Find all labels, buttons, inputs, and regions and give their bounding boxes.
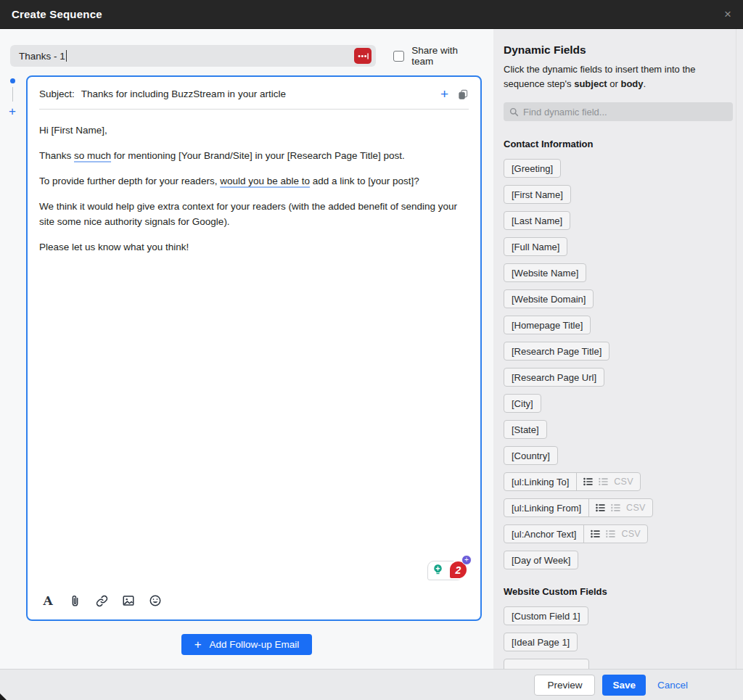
dynamic-fields-sidebar: Dynamic Fields Click the dynamic fields …	[493, 29, 743, 669]
search-input[interactable]	[523, 107, 727, 118]
lightbulb-icon[interactable]	[432, 564, 444, 579]
email-paragraph: To provide further depth for your reader…	[39, 173, 469, 189]
step-connector	[12, 87, 13, 102]
sequence-name-input[interactable]: Thanks - 1	[10, 45, 376, 67]
share-checkbox[interactable]	[393, 51, 404, 62]
plus-icon: +	[194, 638, 202, 651]
add-step-icon[interactable]: +	[8, 105, 17, 118]
email-paragraph: We think it would help give extra contex…	[39, 199, 469, 229]
emoji-icon[interactable]	[148, 593, 163, 608]
editor-toolbar: A	[28, 588, 480, 619]
share-label: Share with team	[411, 45, 482, 67]
subject-actions: +	[440, 87, 469, 101]
text-format-icon[interactable]: A	[41, 593, 55, 608]
share-with-team-toggle[interactable]: Share with team	[393, 45, 482, 67]
field-row: [Website Name]	[504, 263, 733, 282]
close-icon[interactable]: ×	[724, 8, 731, 20]
link-icon[interactable]	[94, 593, 109, 608]
modal-titlebar: Create Sequence ×	[0, 0, 743, 29]
email-paragraph: Thanks so much for mentioning [Your Bran…	[39, 148, 469, 163]
csv-option[interactable]: CSV	[621, 529, 641, 539]
dynamic-field-button[interactable]: [ul:Anchor Text]	[504, 525, 584, 543]
field-row: [City]	[504, 394, 733, 413]
dynamic-field-button[interactable]: [Website Name]	[504, 263, 586, 282]
dynamic-field-button[interactable]: [City]	[504, 394, 541, 413]
field-row: [ul:Linking From]CSV	[504, 498, 733, 517]
dynamic-field-button[interactable]: [Last Name]	[504, 211, 570, 230]
image-icon[interactable]	[121, 593, 136, 608]
field-group-label: Website Custom Fields	[504, 586, 733, 597]
dynamic-field-button[interactable]: [Custom Field 1]	[504, 606, 588, 625]
field-row: [Greeting]	[504, 159, 733, 178]
csv-option[interactable]: CSV	[626, 503, 646, 513]
dynamic-field-button[interactable]: [Country]	[504, 446, 558, 465]
csv-option[interactable]: CSV	[614, 477, 633, 487]
field-row: [State]	[504, 420, 733, 439]
field-row: [ul:Linking To]CSV	[504, 472, 733, 491]
preview-button[interactable]: Preview	[534, 675, 595, 696]
add-followup-email-button[interactable]: + Add Follow-up Email	[181, 634, 313, 655]
dynamic-field-button[interactable]: [Homepage Title]	[504, 316, 591, 334]
field-row: [Day of Week]	[504, 551, 733, 569]
field-group-label: Contact Information	[504, 139, 733, 149]
field-row: [Custom Field 1]	[504, 606, 733, 625]
sidebar-title: Dynamic Fields	[504, 44, 733, 57]
dynamic-field-search[interactable]	[504, 102, 733, 121]
bullet-list-icon[interactable]	[596, 503, 605, 512]
dynamic-field-groups: Contact Information[Greeting][First Name…	[504, 139, 733, 669]
email-step-card: Subject: Thanks for including BuzzStream…	[26, 75, 482, 621]
subject-label: Subject:	[39, 88, 75, 99]
sequence-editor-panel: Thanks - 1 Share with team + Subject: Th…	[0, 29, 493, 669]
dynamic-field-button[interactable]: [ul:Linking To]	[504, 473, 577, 490]
dynamic-field-button[interactable]: [Ideal Page 1]	[504, 633, 578, 651]
writing-assistant-widget[interactable]: 2 +	[427, 559, 469, 582]
save-button[interactable]: Save	[602, 675, 646, 696]
field-row: [First Name]	[504, 185, 733, 204]
field-row: [Ideal Page 1]	[504, 633, 733, 651]
modal-footer: Preview Save Cancel	[0, 669, 743, 700]
sidebar-description: Click the dynamic fields to insert them …	[504, 62, 726, 91]
field-format-options: CSV	[584, 525, 647, 543]
cancel-button[interactable]: Cancel	[653, 675, 692, 696]
numbered-list-icon[interactable]	[599, 477, 608, 486]
editor-area: + Subject: Thanks for including BuzzStre…	[0, 75, 493, 621]
field-row: [Last Name]	[504, 211, 733, 230]
dynamic-field-button-clipped[interactable]	[504, 659, 589, 669]
dynamic-field-button[interactable]: [Research Page Url]	[504, 368, 604, 387]
insert-field-icon[interactable]: +	[440, 87, 448, 101]
subject-input[interactable]: Thanks for including BuzzStream in your …	[81, 88, 286, 99]
field-row: [Country]	[504, 446, 733, 465]
field-row: [Research Page Title]	[504, 342, 733, 361]
field-row: [Full Name]	[504, 237, 733, 256]
numbered-list-icon[interactable]	[611, 503, 620, 512]
attachment-icon[interactable]	[67, 593, 82, 608]
snippet-expander-icon[interactable]	[354, 48, 372, 64]
assistant-plus-badge[interactable]: +	[461, 555, 472, 565]
copy-icon[interactable]	[457, 88, 469, 100]
dynamic-field-button[interactable]: [Day of Week]	[504, 551, 578, 569]
modal-title: Create Sequence	[12, 8, 102, 20]
sequence-step-rail: +	[8, 78, 17, 118]
dynamic-field-button[interactable]: [State]	[504, 420, 547, 439]
field-format-options: CSV	[577, 473, 640, 490]
email-paragraph: Hi [First Name],	[39, 123, 469, 138]
dynamic-field-button[interactable]: [ul:Linking From]	[504, 499, 589, 516]
dynamic-field-button[interactable]: [Greeting]	[504, 159, 561, 178]
add-followup-label: Add Follow-up Email	[210, 639, 300, 650]
field-row: [ul:Anchor Text]CSV	[504, 524, 733, 543]
dynamic-field-button[interactable]: [Website Domain]	[504, 289, 594, 308]
step-dot	[10, 78, 15, 83]
dynamic-field-split-button: [ul:Linking To]CSV	[504, 472, 641, 491]
followup-row: + Add Follow-up Email	[0, 634, 493, 655]
subject-row: Subject: Thanks for including BuzzStream…	[28, 77, 480, 109]
dynamic-field-button[interactable]: [Full Name]	[504, 237, 567, 256]
dynamic-field-button[interactable]: [Research Page Title]	[504, 342, 609, 361]
sequence-name-row: Thanks - 1 Share with team	[10, 45, 482, 67]
bullet-list-icon[interactable]	[583, 477, 593, 486]
field-row: [Research Page Url]	[504, 368, 733, 387]
email-body-editor[interactable]: Hi [First Name],Thanks so much for menti…	[28, 110, 480, 588]
bullet-list-icon[interactable]	[591, 530, 600, 538]
sequence-name-value: Thanks - 1	[19, 51, 65, 62]
dynamic-field-button[interactable]: [First Name]	[504, 185, 571, 204]
numbered-list-icon[interactable]	[606, 530, 615, 538]
